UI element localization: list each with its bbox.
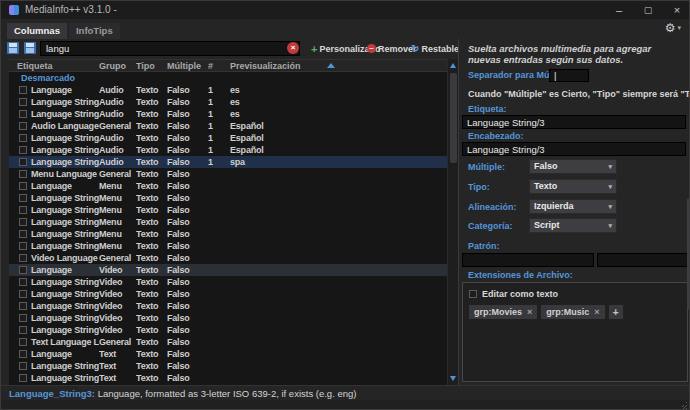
table-row[interactable]: Language String1MenuTextoFalso [9,204,447,216]
row-checkbox[interactable] [19,326,27,334]
row-checkbox[interactable] [19,134,27,142]
column-header-multiple[interactable]: Múltiple [167,60,208,71]
table-row[interactable]: Language StringVideoTextoFalso [9,276,447,288]
table-row[interactable]: Language StringMenuTextoFalso [9,192,447,204]
tipo-select[interactable]: Texto ▾ [529,179,617,194]
row-checkbox[interactable] [19,206,27,214]
table-row[interactable]: Audio Language ListGeneralTextoFalso1Esp… [9,120,447,132]
group-header-desmarcado[interactable]: Desmarcado [9,72,447,84]
table-row[interactable]: Language String/1TextTextoFalso [9,372,447,384]
columns-pane: × + Personalizado – Remover ↻ Restablece… [1,39,459,385]
table-row[interactable]: Language StringTextTextoFalso [9,360,447,372]
row-label: Language String [31,360,99,372]
minimize-button[interactable]: – [613,1,625,19]
scrollbar-thumb[interactable] [450,73,457,163]
maximize-button[interactable]: ▢ [642,1,654,19]
column-header-etiqueta[interactable]: Etiqueta [9,60,99,71]
table-row[interactable]: Text Language ListGeneralTextoFalso [9,336,447,348]
table-row[interactable]: LanguageAudioTextoFalso1es [9,84,447,96]
row-checkbox[interactable] [19,266,27,274]
etiqueta-input[interactable] [462,115,686,129]
row-checkbox[interactable] [19,218,27,226]
table-row[interactable]: Language String4MenuTextoFalso [9,240,447,252]
row-checkbox[interactable] [19,338,27,346]
row-checkbox[interactable] [19,122,27,130]
chevron-down-icon: ▾ [677,24,681,32]
tab-infotips[interactable]: InfoTips [69,23,120,39]
chevron-down-icon: ▾ [608,218,612,233]
multiple-select[interactable]: Falso ▾ [529,159,617,174]
remover-button[interactable]: – Remover [367,41,417,56]
column-header-previsualizacion[interactable]: Previsualización [230,60,447,71]
row-checkbox[interactable] [19,194,27,202]
row-checkbox[interactable] [19,278,27,286]
table-row[interactable]: Language String/3VideoTextoFalso [9,312,447,324]
row-checkbox[interactable] [19,314,27,322]
edit-as-text-row[interactable]: Editar como texto [469,289,558,299]
row-checkbox[interactable] [19,302,27,310]
row-label: Language String2 [31,216,99,228]
alineacion-select[interactable]: Izquierda ▾ [529,199,617,214]
table-row[interactable]: Language String/3AudioTextoFalso1spa [9,156,447,168]
filter-search-input[interactable] [40,41,300,56]
table-row[interactable]: Video Language ListGeneralTextoFalso [9,252,447,264]
row-checkbox[interactable] [19,158,27,166]
column-header-num[interactable]: # [208,60,230,71]
table-row[interactable]: Language String/2VideoTextoFalso [9,300,447,312]
table-row[interactable]: LanguageTextTextoFalso [9,348,447,360]
save-icon[interactable] [7,42,19,54]
patron-input-2[interactable] [597,253,688,267]
row-checkbox[interactable] [19,230,27,238]
patron-input-1[interactable] [462,253,594,267]
table-row[interactable]: Language String2MenuTextoFalso [9,216,447,228]
row-checkbox[interactable] [19,362,27,370]
row-checkbox[interactable] [19,110,27,118]
row-checkbox[interactable] [19,98,27,106]
table-row[interactable]: Language String/1VideoTextoFalso [9,288,447,300]
save-all-icon[interactable] [24,42,36,54]
table-row[interactable]: Language String/4VideoTextoFalso [9,324,447,336]
row-checkbox[interactable] [19,254,27,262]
column-header-grupo[interactable]: Grupo [99,60,136,71]
scroll-up-icon[interactable] [450,63,456,68]
categoria-select[interactable]: Script ▾ [529,218,617,233]
resize-grip[interactable] [680,402,687,409]
table-row[interactable]: LanguageMenuTextoFalso [9,180,447,192]
table-row[interactable]: Language String/1AudioTextoFalso1Español [9,144,447,156]
table-row[interactable]: Language String3MenuTextoFalso [9,228,447,240]
row-checkbox[interactable] [19,86,27,94]
tab-columnas[interactable]: Columnas [7,23,67,39]
row-checkbox[interactable] [19,350,27,358]
row-label: Language String/3 [31,156,99,168]
row-label: Language String/4 [31,324,99,336]
extension-tag[interactable]: grp:Music× [541,305,604,319]
separator-input[interactable] [549,69,589,82]
row-checkbox[interactable] [19,242,27,250]
edit-as-text-checkbox[interactable] [469,290,477,298]
row-checkbox[interactable] [19,170,27,178]
table-row[interactable]: Language String/4AudioTextoFalso1es [9,108,447,120]
remove-tag-icon[interactable]: × [594,307,599,317]
row-checkbox[interactable] [19,374,27,382]
table-row[interactable]: Language String/2AudioTextoFalso1es [9,96,447,108]
close-button[interactable]: × [671,1,683,19]
column-header-tipo[interactable]: Tipo [136,60,167,71]
table-scrollbar[interactable] [447,59,458,385]
chevron-down-icon: ▾ [608,179,612,194]
add-tag-button[interactable]: + [609,305,623,319]
row-checkbox[interactable] [19,146,27,154]
encabezado-input[interactable] [462,142,686,156]
scroll-down-icon[interactable] [450,376,456,381]
settings-menu-button[interactable]: ⚙ ▾ [665,21,681,35]
extension-tag[interactable]: grp:Movies× [469,305,537,319]
row-checkbox[interactable] [19,182,27,190]
row-label: Language String [31,132,99,144]
table-row[interactable]: LanguageVideoTextoFalso [9,264,447,276]
row-label: Language String/2 [31,300,99,312]
patron-label: Patrón: [468,241,500,251]
clear-search-icon[interactable]: × [287,42,299,54]
table-row[interactable]: Menu Language ListGeneralTextoFalso [9,168,447,180]
table-row[interactable]: Language StringAudioTextoFalso1Español [9,132,447,144]
remove-tag-icon[interactable]: × [527,307,532,317]
row-checkbox[interactable] [19,290,27,298]
